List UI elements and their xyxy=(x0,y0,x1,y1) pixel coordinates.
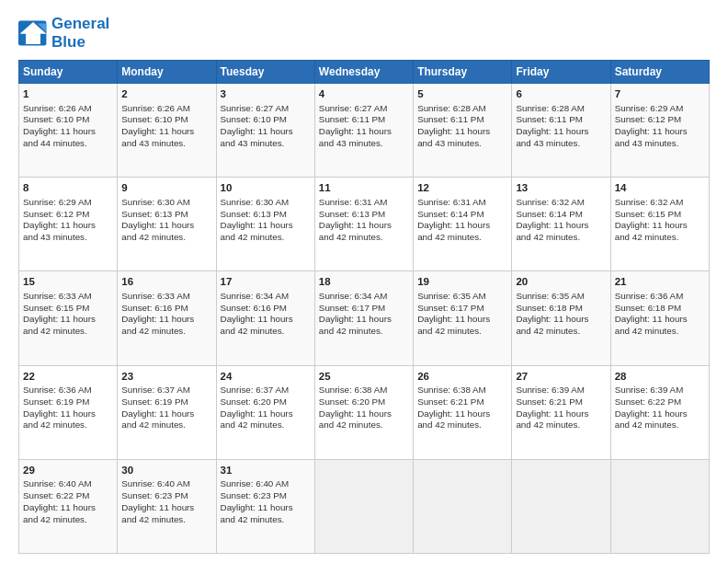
day-info: Sunrise: 6:39 AM Sunset: 6:21 PM Dayligh… xyxy=(516,385,606,431)
calendar-cell: 28Sunrise: 6:39 AM Sunset: 6:22 PM Dayli… xyxy=(610,365,709,459)
day-info: Sunrise: 6:31 AM Sunset: 6:14 PM Dayligh… xyxy=(417,197,507,244)
day-number: 27 xyxy=(516,370,606,385)
day-number: 17 xyxy=(221,275,311,290)
day-number: 13 xyxy=(516,181,606,196)
day-info: Sunrise: 6:30 AM Sunset: 6:13 PM Dayligh… xyxy=(221,197,311,244)
calendar-cell: 3Sunrise: 6:27 AM Sunset: 6:10 PM Daylig… xyxy=(216,84,314,178)
logo: General Blue xyxy=(18,15,109,51)
day-number: 30 xyxy=(121,464,211,478)
day-number: 15 xyxy=(23,275,113,290)
day-info: Sunrise: 6:32 AM Sunset: 6:15 PM Dayligh… xyxy=(615,197,705,244)
day-info: Sunrise: 6:27 AM Sunset: 6:11 PM Dayligh… xyxy=(319,103,409,150)
day-number: 8 xyxy=(23,181,113,196)
page: General Blue SundayMondayTuesdayWednesda… xyxy=(0,0,728,563)
day-number: 3 xyxy=(221,87,311,102)
day-number: 12 xyxy=(417,181,507,196)
calendar-week-row: 15Sunrise: 6:33 AM Sunset: 6:15 PM Dayli… xyxy=(19,271,710,365)
calendar-cell: 7Sunrise: 6:29 AM Sunset: 6:12 PM Daylig… xyxy=(610,84,709,178)
logo-text: General Blue xyxy=(51,15,109,51)
day-info: Sunrise: 6:33 AM Sunset: 6:16 PM Dayligh… xyxy=(121,291,211,338)
calendar-cell xyxy=(314,459,413,553)
calendar-cell: 22Sunrise: 6:36 AM Sunset: 6:19 PM Dayli… xyxy=(19,365,118,459)
calendar-header-monday: Monday xyxy=(118,61,216,84)
day-number: 22 xyxy=(23,370,113,385)
day-number: 1 xyxy=(23,87,113,102)
day-info: Sunrise: 6:35 AM Sunset: 6:17 PM Dayligh… xyxy=(417,291,507,338)
day-number: 18 xyxy=(319,275,409,290)
day-number: 26 xyxy=(417,370,507,385)
calendar-header-tuesday: Tuesday xyxy=(216,61,314,84)
day-number: 21 xyxy=(615,275,705,290)
calendar-header-sunday: Sunday xyxy=(19,61,118,84)
calendar-cell: 29Sunrise: 6:40 AM Sunset: 6:22 PM Dayli… xyxy=(19,459,118,553)
calendar-cell: 8Sunrise: 6:29 AM Sunset: 6:12 PM Daylig… xyxy=(19,178,118,271)
calendar-cell xyxy=(512,459,610,553)
day-number: 19 xyxy=(417,275,507,290)
day-number: 7 xyxy=(615,87,705,102)
day-info: Sunrise: 6:30 AM Sunset: 6:13 PM Dayligh… xyxy=(121,197,211,244)
day-info: Sunrise: 6:38 AM Sunset: 6:21 PM Dayligh… xyxy=(417,385,507,431)
calendar-cell: 9Sunrise: 6:30 AM Sunset: 6:13 PM Daylig… xyxy=(118,178,216,271)
calendar-cell: 6Sunrise: 6:28 AM Sunset: 6:11 PM Daylig… xyxy=(512,84,610,178)
calendar-cell: 24Sunrise: 6:37 AM Sunset: 6:20 PM Dayli… xyxy=(216,365,314,459)
day-number: 31 xyxy=(221,464,311,478)
calendar-cell: 25Sunrise: 6:38 AM Sunset: 6:20 PM Dayli… xyxy=(314,365,413,459)
day-number: 4 xyxy=(319,87,409,102)
day-number: 25 xyxy=(319,370,409,385)
calendar-cell: 19Sunrise: 6:35 AM Sunset: 6:17 PM Dayli… xyxy=(414,271,512,365)
day-number: 24 xyxy=(221,370,311,385)
calendar-cell: 10Sunrise: 6:30 AM Sunset: 6:13 PM Dayli… xyxy=(216,178,314,271)
day-info: Sunrise: 6:29 AM Sunset: 6:12 PM Dayligh… xyxy=(615,103,705,150)
day-number: 9 xyxy=(121,181,211,196)
calendar-header-row: SundayMondayTuesdayWednesdayThursdayFrid… xyxy=(19,61,710,84)
day-info: Sunrise: 6:38 AM Sunset: 6:20 PM Dayligh… xyxy=(319,385,409,431)
day-info: Sunrise: 6:28 AM Sunset: 6:11 PM Dayligh… xyxy=(417,103,507,150)
calendar-cell: 23Sunrise: 6:37 AM Sunset: 6:19 PM Dayli… xyxy=(118,365,216,459)
day-number: 6 xyxy=(516,87,606,102)
day-info: Sunrise: 6:40 AM Sunset: 6:23 PM Dayligh… xyxy=(221,478,311,525)
calendar-cell: 5Sunrise: 6:28 AM Sunset: 6:11 PM Daylig… xyxy=(414,84,512,178)
day-number: 28 xyxy=(615,370,705,385)
calendar-cell: 12Sunrise: 6:31 AM Sunset: 6:14 PM Dayli… xyxy=(414,178,512,271)
calendar-cell: 30Sunrise: 6:40 AM Sunset: 6:23 PM Dayli… xyxy=(118,459,216,553)
calendar-cell: 26Sunrise: 6:38 AM Sunset: 6:21 PM Dayli… xyxy=(414,365,512,459)
calendar-week-row: 29Sunrise: 6:40 AM Sunset: 6:22 PM Dayli… xyxy=(19,459,710,553)
calendar-cell xyxy=(414,459,512,553)
day-info: Sunrise: 6:37 AM Sunset: 6:20 PM Dayligh… xyxy=(221,385,311,431)
day-number: 29 xyxy=(23,464,113,478)
calendar-cell: 2Sunrise: 6:26 AM Sunset: 6:10 PM Daylig… xyxy=(118,84,216,178)
calendar-cell: 20Sunrise: 6:35 AM Sunset: 6:18 PM Dayli… xyxy=(512,271,610,365)
day-info: Sunrise: 6:26 AM Sunset: 6:10 PM Dayligh… xyxy=(121,103,211,150)
day-info: Sunrise: 6:29 AM Sunset: 6:12 PM Dayligh… xyxy=(23,197,113,244)
calendar-cell: 13Sunrise: 6:32 AM Sunset: 6:14 PM Dayli… xyxy=(512,178,610,271)
calendar-week-row: 8Sunrise: 6:29 AM Sunset: 6:12 PM Daylig… xyxy=(19,178,710,271)
day-info: Sunrise: 6:31 AM Sunset: 6:13 PM Dayligh… xyxy=(319,197,409,244)
day-info: Sunrise: 6:36 AM Sunset: 6:18 PM Dayligh… xyxy=(615,291,705,338)
day-number: 10 xyxy=(221,181,311,196)
day-info: Sunrise: 6:28 AM Sunset: 6:11 PM Dayligh… xyxy=(516,103,606,150)
calendar-cell: 4Sunrise: 6:27 AM Sunset: 6:11 PM Daylig… xyxy=(314,84,413,178)
day-number: 23 xyxy=(121,370,211,385)
day-info: Sunrise: 6:34 AM Sunset: 6:16 PM Dayligh… xyxy=(221,291,311,338)
calendar-cell: 27Sunrise: 6:39 AM Sunset: 6:21 PM Dayli… xyxy=(512,365,610,459)
calendar-cell: 18Sunrise: 6:34 AM Sunset: 6:17 PM Dayli… xyxy=(314,271,413,365)
calendar-cell: 11Sunrise: 6:31 AM Sunset: 6:13 PM Dayli… xyxy=(314,178,413,271)
day-info: Sunrise: 6:33 AM Sunset: 6:15 PM Dayligh… xyxy=(23,291,113,338)
day-number: 14 xyxy=(615,181,705,196)
day-info: Sunrise: 6:36 AM Sunset: 6:19 PM Dayligh… xyxy=(23,385,113,431)
day-number: 5 xyxy=(417,87,507,102)
day-number: 16 xyxy=(121,275,211,290)
calendar-cell: 15Sunrise: 6:33 AM Sunset: 6:15 PM Dayli… xyxy=(19,271,118,365)
calendar-cell: 14Sunrise: 6:32 AM Sunset: 6:15 PM Dayli… xyxy=(610,178,709,271)
day-info: Sunrise: 6:40 AM Sunset: 6:22 PM Dayligh… xyxy=(23,478,113,525)
day-number: 2 xyxy=(121,87,211,102)
calendar-cell: 1Sunrise: 6:26 AM Sunset: 6:10 PM Daylig… xyxy=(19,84,118,178)
calendar-week-row: 22Sunrise: 6:36 AM Sunset: 6:19 PM Dayli… xyxy=(19,365,710,459)
day-info: Sunrise: 6:32 AM Sunset: 6:14 PM Dayligh… xyxy=(516,197,606,244)
header: General Blue xyxy=(18,15,710,51)
logo-icon xyxy=(18,20,48,46)
calendar-week-row: 1Sunrise: 6:26 AM Sunset: 6:10 PM Daylig… xyxy=(19,84,710,178)
day-info: Sunrise: 6:27 AM Sunset: 6:10 PM Dayligh… xyxy=(221,103,311,150)
day-info: Sunrise: 6:35 AM Sunset: 6:18 PM Dayligh… xyxy=(516,291,606,338)
day-info: Sunrise: 6:39 AM Sunset: 6:22 PM Dayligh… xyxy=(615,385,705,431)
